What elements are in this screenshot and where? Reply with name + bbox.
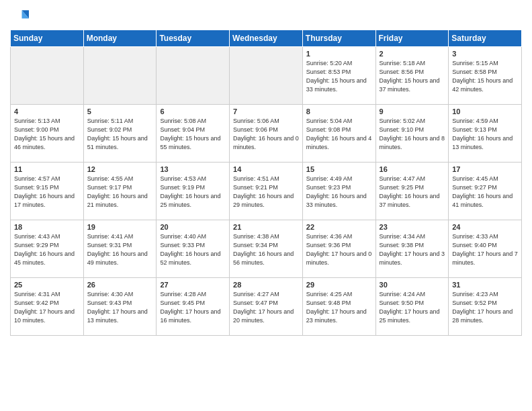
- day-info: Sunrise: 5:20 AMSunset: 8:53 PMDaylight:…: [306, 59, 372, 94]
- day-info: Sunrise: 4:36 AMSunset: 9:36 PMDaylight:…: [306, 232, 372, 267]
- day-number: 7: [233, 107, 299, 116]
- day-info: Sunrise: 4:30 AMSunset: 9:43 PMDaylight:…: [87, 290, 153, 325]
- calendar-cell: 23Sunrise: 4:34 AMSunset: 9:38 PMDayligh…: [375, 220, 449, 278]
- day-info: Sunrise: 4:43 AMSunset: 9:29 PMDaylight:…: [14, 232, 80, 267]
- calendar-cell: 7Sunrise: 5:06 AMSunset: 9:06 PMDaylight…: [230, 105, 303, 163]
- weekday-header-saturday: Saturday: [449, 30, 522, 47]
- day-number: 17: [452, 165, 518, 173]
- day-number: 24: [452, 223, 518, 231]
- calendar-cell: 17Sunrise: 4:45 AMSunset: 9:27 PMDayligh…: [449, 163, 522, 220]
- weekday-header-row: SundayMondayTuesdayWednesdayThursdayFrid…: [11, 30, 522, 47]
- day-info: Sunrise: 5:18 AMSunset: 8:56 PMDaylight:…: [380, 59, 445, 94]
- day-info: Sunrise: 4:24 AMSunset: 9:50 PMDaylight:…: [380, 290, 445, 325]
- calendar-cell: 27Sunrise: 4:28 AMSunset: 9:45 PMDayligh…: [157, 278, 230, 336]
- week-row-2: 11Sunrise: 4:57 AMSunset: 9:15 PMDayligh…: [11, 163, 522, 220]
- calendar-cell: 19Sunrise: 4:41 AMSunset: 9:31 PMDayligh…: [83, 220, 157, 278]
- day-number: 23: [380, 223, 445, 231]
- logo: [10, 7, 32, 26]
- calendar-cell: 29Sunrise: 4:25 AMSunset: 9:48 PMDayligh…: [302, 278, 375, 336]
- calendar-cell: 14Sunrise: 4:51 AMSunset: 9:21 PMDayligh…: [230, 163, 303, 220]
- day-info: Sunrise: 4:38 AMSunset: 9:34 PMDaylight:…: [233, 232, 299, 267]
- calendar-cell: 28Sunrise: 4:27 AMSunset: 9:47 PMDayligh…: [230, 278, 303, 336]
- day-info: Sunrise: 4:34 AMSunset: 9:38 PMDaylight:…: [380, 232, 445, 267]
- weekday-header-wednesday: Wednesday: [230, 30, 303, 47]
- day-info: Sunrise: 4:41 AMSunset: 9:31 PMDaylight:…: [87, 232, 153, 267]
- day-info: Sunrise: 4:28 AMSunset: 9:45 PMDaylight:…: [160, 290, 226, 325]
- week-row-3: 18Sunrise: 4:43 AMSunset: 9:29 PMDayligh…: [11, 220, 522, 278]
- weekday-header-thursday: Thursday: [302, 30, 375, 47]
- day-info: Sunrise: 4:57 AMSunset: 9:15 PMDaylight:…: [14, 175, 80, 210]
- calendar-cell: 30Sunrise: 4:24 AMSunset: 9:50 PMDayligh…: [375, 278, 449, 336]
- weekday-header-monday: Monday: [83, 30, 157, 47]
- day-info: Sunrise: 4:40 AMSunset: 9:33 PMDaylight:…: [160, 232, 226, 267]
- calendar-cell: 13Sunrise: 4:53 AMSunset: 9:19 PMDayligh…: [157, 163, 230, 220]
- calendar-cell: 18Sunrise: 4:43 AMSunset: 9:29 PMDayligh…: [11, 220, 84, 278]
- calendar-cell: 31Sunrise: 4:23 AMSunset: 9:52 PMDayligh…: [449, 278, 522, 336]
- day-info: Sunrise: 4:25 AMSunset: 9:48 PMDaylight:…: [306, 290, 372, 325]
- day-number: 27: [160, 281, 226, 289]
- calendar-cell: 3Sunrise: 5:15 AMSunset: 8:58 PMDaylight…: [449, 47, 522, 105]
- day-number: 11: [14, 165, 80, 173]
- day-info: Sunrise: 5:15 AMSunset: 8:58 PMDaylight:…: [452, 59, 518, 94]
- header: [10, 7, 522, 26]
- day-number: 5: [87, 107, 153, 116]
- calendar-cell: 20Sunrise: 4:40 AMSunset: 9:33 PMDayligh…: [157, 220, 230, 278]
- day-info: Sunrise: 4:49 AMSunset: 9:23 PMDaylight:…: [306, 175, 372, 210]
- day-number: 18: [14, 223, 80, 231]
- day-number: 15: [306, 165, 372, 173]
- day-number: 8: [306, 107, 372, 116]
- calendar-cell: 9Sunrise: 5:02 AMSunset: 9:10 PMDaylight…: [375, 105, 449, 163]
- day-info: Sunrise: 4:33 AMSunset: 9:40 PMDaylight:…: [452, 232, 518, 267]
- day-info: Sunrise: 4:27 AMSunset: 9:47 PMDaylight:…: [233, 290, 299, 325]
- week-row-1: 4Sunrise: 5:13 AMSunset: 9:00 PMDaylight…: [11, 105, 522, 163]
- calendar-cell: 8Sunrise: 5:04 AMSunset: 9:08 PMDaylight…: [302, 105, 375, 163]
- calendar-cell: 12Sunrise: 4:55 AMSunset: 9:17 PMDayligh…: [83, 163, 157, 220]
- day-number: 1: [306, 50, 372, 58]
- day-number: 26: [87, 281, 153, 289]
- calendar-cell: 5Sunrise: 5:11 AMSunset: 9:02 PMDaylight…: [83, 105, 157, 163]
- calendar-cell: 16Sunrise: 4:47 AMSunset: 9:25 PMDayligh…: [375, 163, 449, 220]
- calendar-cell: 11Sunrise: 4:57 AMSunset: 9:15 PMDayligh…: [11, 163, 84, 220]
- calendar-cell: 1Sunrise: 5:20 AMSunset: 8:53 PMDaylight…: [302, 47, 375, 105]
- day-number: 25: [14, 281, 80, 289]
- day-number: 13: [160, 165, 226, 173]
- day-info: Sunrise: 5:04 AMSunset: 9:08 PMDaylight:…: [306, 117, 372, 152]
- day-info: Sunrise: 5:08 AMSunset: 9:04 PMDaylight:…: [160, 117, 226, 152]
- day-number: 28: [233, 281, 299, 289]
- day-info: Sunrise: 4:53 AMSunset: 9:19 PMDaylight:…: [160, 175, 226, 210]
- calendar-table: SundayMondayTuesdayWednesdayThursdayFrid…: [10, 30, 522, 336]
- calendar-cell: [157, 47, 230, 105]
- day-number: 10: [452, 107, 518, 116]
- day-number: 29: [306, 281, 372, 289]
- week-row-4: 25Sunrise: 4:31 AMSunset: 9:42 PMDayligh…: [11, 278, 522, 336]
- day-info: Sunrise: 4:31 AMSunset: 9:42 PMDaylight:…: [14, 290, 80, 325]
- weekday-header-friday: Friday: [375, 30, 449, 47]
- calendar-cell: [83, 47, 157, 105]
- day-info: Sunrise: 4:55 AMSunset: 9:17 PMDaylight:…: [87, 175, 153, 210]
- day-info: Sunrise: 5:13 AMSunset: 9:00 PMDaylight:…: [14, 117, 80, 152]
- day-number: 9: [380, 107, 445, 116]
- day-number: 19: [87, 223, 153, 231]
- calendar-cell: 25Sunrise: 4:31 AMSunset: 9:42 PMDayligh…: [11, 278, 84, 336]
- day-number: 16: [380, 165, 445, 173]
- calendar-cell: 10Sunrise: 4:59 AMSunset: 9:13 PMDayligh…: [449, 105, 522, 163]
- day-info: Sunrise: 4:23 AMSunset: 9:52 PMDaylight:…: [452, 290, 518, 325]
- day-number: 30: [380, 281, 445, 289]
- weekday-header-tuesday: Tuesday: [157, 30, 230, 47]
- day-number: 20: [160, 223, 226, 231]
- day-number: 14: [233, 165, 299, 173]
- day-info: Sunrise: 5:11 AMSunset: 9:02 PMDaylight:…: [87, 117, 153, 152]
- logo-icon: [10, 7, 29, 26]
- day-info: Sunrise: 5:02 AMSunset: 9:10 PMDaylight:…: [380, 117, 445, 152]
- day-number: 22: [306, 223, 372, 231]
- week-row-0: 1Sunrise: 5:20 AMSunset: 8:53 PMDaylight…: [11, 47, 522, 105]
- day-number: 31: [452, 281, 518, 289]
- calendar-cell: 24Sunrise: 4:33 AMSunset: 9:40 PMDayligh…: [449, 220, 522, 278]
- day-info: Sunrise: 4:45 AMSunset: 9:27 PMDaylight:…: [452, 175, 518, 210]
- day-info: Sunrise: 4:47 AMSunset: 9:25 PMDaylight:…: [380, 175, 445, 210]
- calendar-cell: 2Sunrise: 5:18 AMSunset: 8:56 PMDaylight…: [375, 47, 449, 105]
- calendar-cell: 22Sunrise: 4:36 AMSunset: 9:36 PMDayligh…: [302, 220, 375, 278]
- day-info: Sunrise: 5:06 AMSunset: 9:06 PMDaylight:…: [233, 117, 299, 152]
- calendar-cell: 21Sunrise: 4:38 AMSunset: 9:34 PMDayligh…: [230, 220, 303, 278]
- day-number: 21: [233, 223, 299, 231]
